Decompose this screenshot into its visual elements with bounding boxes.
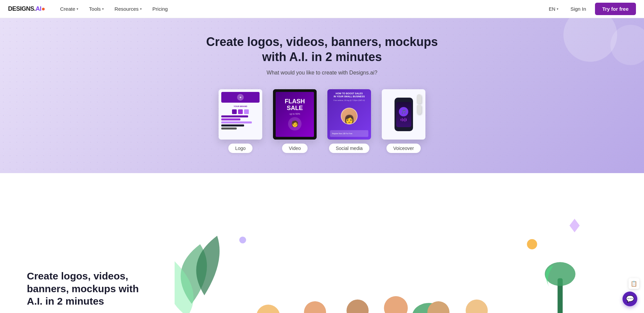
hero-card-voice-label: Voiceover <box>386 144 420 153</box>
feedback-icon: 📋 <box>631 280 637 287</box>
voice-circle: 🎵 <box>399 107 408 116</box>
svg-point-11 <box>304 301 326 313</box>
hero-card-video-label: Video <box>282 144 308 153</box>
lang-label: EN <box>549 6 555 12</box>
hero-section: Create logos, videos, banners, mockups w… <box>0 18 644 173</box>
content-right <box>175 193 617 313</box>
hero-card-logo-label: Logo <box>228 144 252 153</box>
flash-label: FLASHSALE <box>285 98 305 112</box>
wave2 <box>402 118 403 121</box>
swatch1 <box>232 109 237 114</box>
hero-title: Create logos, videos, banners, mockups w… <box>204 34 440 64</box>
color-bar4 <box>221 124 244 126</box>
logo-preview-header: ✦ <box>221 92 260 103</box>
hero-card-social-label: Social media <box>329 144 369 153</box>
avatar-icon: 👩 <box>344 115 355 124</box>
logo-star-icon: ✦ <box>239 96 242 99</box>
logo[interactable]: DESIGNS.AI <box>8 5 45 12</box>
nav-item-resources[interactable]: Resources ▾ <box>110 3 146 14</box>
social-date: Free webinar, 26 Aug @ 7:30pm (GMT+8) <box>330 99 368 101</box>
phone-screen: 🎵 <box>396 102 411 127</box>
nav-item-create[interactable]: Create ▾ <box>55 3 83 14</box>
svg-point-34 <box>545 262 576 286</box>
airpod-left <box>417 94 421 104</box>
nav-label-resources: Resources <box>114 6 139 12</box>
logo-ai: AI <box>36 5 41 12</box>
nav-label-pricing: Pricing <box>152 6 168 12</box>
hero-card-video[interactable]: FLASHSALE up to 50% 🧑 Video <box>273 89 317 153</box>
video-preview: FLASHSALE up to 50% 🧑 <box>273 89 317 140</box>
svg-point-8 <box>256 305 280 313</box>
nav-right: EN ▾ Sign In Try for free <box>545 3 636 15</box>
logo-dot <box>42 8 45 10</box>
chevron-down-icon: ▾ <box>140 7 142 11</box>
color-bar3 <box>221 121 252 123</box>
hero-card-social[interactable]: HOW TO BOOST SALESIN YOUR SMALL BUSINESS… <box>327 89 371 153</box>
chat-widget[interactable]: 💬 <box>623 292 637 306</box>
video-person: 🧑 <box>288 117 302 131</box>
social-avatar-container: 👩 <box>330 103 368 129</box>
logo-palette <box>221 115 260 129</box>
airpods-container <box>417 94 421 114</box>
content-section: Create logos, videos, banners, mockups w… <box>0 173 644 313</box>
hero-card-logo-image: ✦ YOUR BRAND <box>219 89 262 140</box>
chevron-down-icon: ▾ <box>77 7 78 11</box>
sale-sub: up to 50% <box>289 113 300 115</box>
logo-preview: ✦ YOUR BRAND <box>219 89 262 140</box>
nav-label-tools: Tools <box>89 6 101 12</box>
content-left: Create logos, videos, banners, mockups w… <box>27 270 154 313</box>
language-selector[interactable]: EN ▾ <box>545 4 561 14</box>
person-icon: 🧑 <box>291 120 298 127</box>
color-bar5 <box>221 127 237 129</box>
feedback-widget[interactable]: 📋 <box>629 278 639 289</box>
waveform <box>401 118 407 122</box>
your-brand-label: YOUR BRAND <box>234 105 247 107</box>
svg-point-17 <box>384 296 408 313</box>
swatch3 <box>244 109 249 114</box>
nav-item-pricing[interactable]: Pricing <box>148 3 173 14</box>
wave5 <box>406 118 407 121</box>
hero-cards: ✦ YOUR BRAND <box>7 89 637 153</box>
phone-shape: 🎵 <box>395 98 413 131</box>
nav-item-tools[interactable]: Tools ▾ <box>84 3 108 14</box>
hero-card-video-image: FLASHSALE up to 50% 🧑 <box>273 89 317 140</box>
hero-card-voice-image: 🎵 <box>382 89 425 140</box>
video-bg: FLASHSALE up to 50% 🧑 <box>276 92 314 137</box>
hero-card-voice[interactable]: 🎵 <box>382 89 425 153</box>
chevron-down-icon: ▾ <box>102 7 104 11</box>
svg-point-39 <box>239 237 246 243</box>
nav-label-create: Create <box>60 6 75 12</box>
voice-preview: 🎵 <box>382 89 425 140</box>
social-register-bar: Register Now | $0 For Free <box>330 130 368 137</box>
content-title: Create logos, videos, banners, mockups w… <box>27 270 154 308</box>
chevron-down-icon: ▾ <box>557 7 558 11</box>
swatch2 <box>238 109 243 114</box>
color-bar2 <box>221 118 240 120</box>
svg-point-38 <box>527 239 537 249</box>
try-free-button[interactable]: Try for free <box>595 3 636 15</box>
voice-ui: 🎵 <box>399 107 408 122</box>
logo-icon: ✦ <box>237 94 244 101</box>
color-bar1 <box>221 115 248 117</box>
wave1 <box>401 119 401 121</box>
social-preview: HOW TO BOOST SALESIN YOUR SMALL BUSINESS… <box>327 89 371 140</box>
social-avatar: 👩 <box>341 108 358 124</box>
airpod-right <box>417 105 421 114</box>
illustration <box>175 193 617 313</box>
social-title-text: HOW TO BOOST SALESIN YOUR SMALL BUSINESS <box>330 92 368 98</box>
color-swatches <box>232 109 249 114</box>
wave4 <box>405 118 405 122</box>
register-label: Register Now | $0 For Free <box>332 133 352 135</box>
hero-subtitle: What would you like to create with Desig… <box>7 70 637 76</box>
nav-items: Create ▾ Tools ▾ Resources ▾ Pricing <box>55 3 545 14</box>
hero-card-logo[interactable]: ✦ YOUR BRAND <box>219 89 262 153</box>
tablet-frame: FLASHSALE up to 50% 🧑 <box>273 89 317 140</box>
hero-card-social-image: HOW TO BOOST SALESIN YOUR SMALL BUSINESS… <box>327 89 371 140</box>
logo-text: DESIGNS. <box>8 5 36 12</box>
chat-icon: 💬 <box>626 295 634 303</box>
svg-point-26 <box>466 300 488 313</box>
wave3 <box>403 119 404 121</box>
sign-in-button[interactable]: Sign In <box>566 3 591 14</box>
navbar: DESIGNS.AI Create ▾ Tools ▾ Resources ▾ … <box>0 0 644 18</box>
svg-point-14 <box>347 300 369 313</box>
